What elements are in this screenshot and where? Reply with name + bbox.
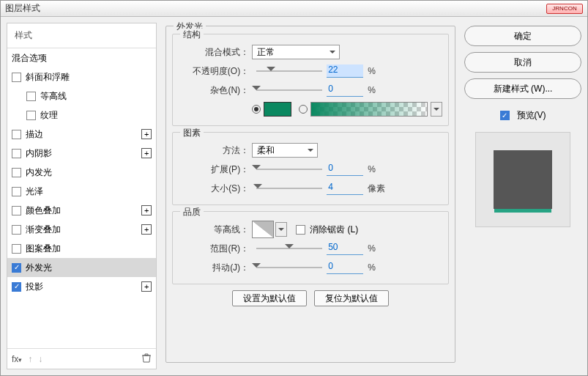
add-effect-icon[interactable]: + — [141, 148, 152, 158]
jitter-input[interactable]: 0 — [327, 261, 363, 274]
blending-options-row[interactable]: 混合选项 — [7, 48, 156, 67]
move-down-icon[interactable]: ↓ — [38, 354, 42, 364]
effect-checkbox[interactable] — [12, 206, 21, 215]
effect-row-6[interactable]: 光泽 — [7, 182, 156, 201]
effect-checkbox[interactable] — [12, 168, 21, 177]
add-effect-icon[interactable]: + — [141, 224, 152, 235]
range-label: 范围(R)： — [179, 243, 252, 255]
effect-checkbox[interactable] — [12, 225, 21, 235]
jitter-slider[interactable] — [256, 262, 322, 273]
effect-label: 渐变叠加 — [26, 224, 61, 236]
effect-checkbox[interactable] — [26, 111, 36, 120]
effect-checkbox[interactable] — [12, 187, 21, 196]
antialias-checkbox[interactable] — [296, 225, 305, 235]
outer-glow-group: 外发光 结构 混合模式： 正常 不透明度(O)： 22 % 杂 — [165, 26, 455, 363]
effect-checkbox[interactable] — [12, 149, 21, 158]
size-slider[interactable] — [256, 183, 322, 193]
effect-label: 颜色叠加 — [26, 204, 61, 217]
effect-label: 外发光 — [26, 262, 52, 274]
noise-input[interactable]: 0 — [327, 84, 363, 97]
watermark: JRNCON — [546, 4, 583, 14]
effect-label: 描边 — [26, 128, 43, 141]
spread-slider[interactable] — [256, 164, 322, 174]
preview-label: 预览(V) — [517, 109, 546, 122]
gradient-picker[interactable] — [310, 102, 428, 117]
blend-mode-select[interactable]: 正常 — [252, 45, 340, 59]
blending-options-label: 混合选项 — [12, 52, 47, 64]
add-effect-icon[interactable]: + — [141, 129, 152, 139]
cancel-button[interactable]: 取消 — [464, 52, 581, 73]
elements-group: 图素 方法： 柔和 扩展(P)： 0 % 大小(S)： 4 — [172, 132, 449, 205]
opacity-label: 不透明度(O)： — [179, 65, 252, 78]
window-title: 图层样式 — [5, 2, 40, 15]
sidebar-header: 样式 — [7, 23, 156, 45]
trash-icon[interactable] — [141, 353, 152, 365]
effect-checkbox[interactable] — [12, 244, 21, 254]
range-slider[interactable] — [256, 243, 322, 254]
effect-row-5[interactable]: 内发光 — [7, 163, 156, 182]
new-style-button[interactable]: 新建样式 (W)... — [464, 78, 581, 99]
effect-checkbox[interactable] — [12, 263, 21, 273]
blend-mode-label: 混合模式： — [179, 46, 252, 59]
add-effect-icon[interactable]: + — [141, 205, 152, 215]
effect-row-9[interactable]: 图案叠加 — [7, 239, 156, 258]
styles-sidebar: 样式 混合选项 斜面和浮雕等高线纹理描边+内阴影+内发光光泽颜色叠加+渐变叠加+… — [7, 23, 157, 369]
structure-legend: 结构 — [180, 29, 204, 41]
preview-swatch — [494, 150, 552, 209]
effect-row-2[interactable]: 纹理 — [7, 106, 156, 125]
spread-label: 扩展(P)： — [179, 163, 252, 176]
title-bar[interactable]: 图层样式 JRNCON — [1, 1, 587, 17]
effect-row-11[interactable]: 投影+ — [7, 277, 156, 296]
preview-checkbox[interactable] — [500, 111, 510, 120]
color-radio[interactable] — [252, 105, 261, 114]
contour-picker[interactable] — [252, 221, 274, 238]
opacity-slider[interactable] — [256, 66, 322, 76]
effect-checkbox[interactable] — [12, 130, 21, 139]
effect-row-3[interactable]: 描边+ — [7, 125, 156, 144]
technique-label: 方法： — [179, 144, 252, 157]
effect-label: 纹理 — [40, 109, 58, 122]
elements-legend: 图素 — [180, 127, 204, 139]
contour-dropdown[interactable] — [275, 222, 287, 237]
effect-row-4[interactable]: 内阴影+ — [7, 144, 156, 163]
noise-slider[interactable] — [256, 85, 322, 95]
effect-row-0[interactable]: 斜面和浮雕 — [7, 67, 156, 86]
size-input[interactable]: 4 — [327, 182, 363, 195]
sidebar-footer: fx▾ ↑ ↓ — [7, 348, 156, 369]
range-input[interactable]: 50 — [327, 242, 363, 255]
color-swatch[interactable] — [264, 102, 291, 117]
noise-label: 杂色(N)： — [179, 84, 252, 97]
effect-checkbox[interactable] — [12, 73, 21, 82]
technique-select[interactable]: 柔和 — [252, 143, 318, 158]
contour-label: 等高线： — [179, 224, 252, 236]
jitter-label: 抖动(J)： — [179, 262, 252, 274]
opacity-input[interactable]: 22 — [327, 64, 363, 78]
effect-label: 斜面和浮雕 — [26, 71, 70, 84]
settings-panel: 外发光 结构 混合模式： 正常 不透明度(O)： 22 % 杂 — [163, 23, 458, 369]
move-up-icon[interactable]: ↑ — [28, 354, 32, 364]
effect-label: 投影 — [26, 281, 43, 293]
effect-label: 等高线 — [40, 90, 67, 103]
layer-style-dialog: 图层样式 JRNCON 样式 混合选项 斜面和浮雕等高线纹理描边+内阴影+内发光… — [0, 0, 588, 376]
effect-label: 内阴影 — [26, 147, 52, 160]
effect-row-8[interactable]: 渐变叠加+ — [7, 220, 156, 239]
effect-checkbox[interactable] — [12, 282, 21, 292]
fx-menu-button[interactable]: fx▾ — [12, 354, 22, 364]
size-label: 大小(S)： — [179, 183, 252, 195]
effect-row-7[interactable]: 颜色叠加+ — [7, 201, 156, 220]
ok-button[interactable]: 确定 — [464, 26, 581, 46]
effect-checkbox[interactable] — [26, 92, 36, 101]
antialias-label: 消除锯齿 (L) — [310, 224, 358, 236]
spread-input[interactable]: 0 — [327, 163, 363, 176]
quality-legend: 品质 — [180, 206, 204, 218]
effect-row-10[interactable]: 外发光 — [7, 258, 156, 277]
dialog-body: 样式 混合选项 斜面和浮雕等高线纹理描边+内阴影+内发光光泽颜色叠加+渐变叠加+… — [1, 17, 587, 375]
reset-default-button[interactable]: 复位为默认值 — [314, 290, 389, 306]
add-effect-icon[interactable]: + — [141, 281, 152, 292]
effect-row-1[interactable]: 等高线 — [7, 86, 156, 106]
gradient-dropdown[interactable] — [431, 102, 442, 117]
preview-thumbnail — [475, 132, 570, 227]
gradient-radio[interactable] — [299, 105, 308, 114]
make-default-button[interactable]: 设置为默认值 — [232, 290, 307, 306]
effect-label: 光泽 — [26, 185, 43, 198]
